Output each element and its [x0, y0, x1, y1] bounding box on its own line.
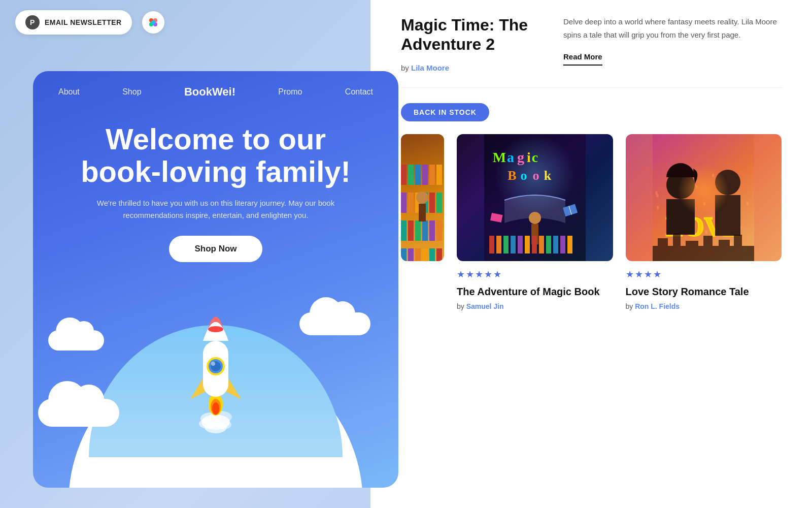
svg-point-4 — [151, 20, 155, 24]
panel-nav: About Shop BookWei! Promo Contact — [33, 71, 398, 113]
illustration-area — [33, 244, 398, 488]
hero-subtitle: We're thrilled to have you with us on th… — [96, 197, 335, 221]
newsletter-icon: P — [25, 15, 40, 29]
featured-book-author-line: by Lila Moore — [401, 64, 543, 72]
rocket — [180, 293, 251, 437]
featured-book-section: Magic Time: The Adventure 2 by Lila Moor… — [401, 15, 782, 88]
cloud-bottom-left — [38, 399, 119, 427]
magic-book-title: The Adventure of Magic Book — [457, 285, 613, 298]
figma-icon — [148, 17, 159, 28]
brand-logo: BookWei! — [184, 85, 235, 99]
cloud-left-small — [48, 330, 104, 351]
partial-book-cover — [401, 134, 444, 261]
figma-button[interactable] — [142, 11, 164, 34]
book-card-love[interactable]: ★★★★ Love Story Romance Tale by Ron L. F… — [626, 134, 782, 310]
book-title-section: Magic Time: The Adventure 2 by Lila Moor… — [401, 15, 543, 72]
svg-point-19 — [211, 362, 215, 366]
shop-now-button[interactable]: Shop Now — [169, 236, 262, 262]
nav-about[interactable]: About — [58, 87, 80, 97]
back-in-stock-badge: BACK IN STOCK — [401, 103, 489, 121]
bookshelf-canvas — [401, 134, 444, 261]
book-cards-grid: ★★★★★ The Adventure of Magic Book by Sam… — [401, 134, 782, 310]
book-description-text: Delve deep into a world where fantasy me… — [563, 15, 782, 41]
love-book-title: Love Story Romance Tale — [626, 285, 782, 298]
top-bar: P EMAIL NEWSLETTER — [15, 10, 164, 35]
rocket-svg — [180, 293, 251, 435]
nav-promo[interactable]: Promo — [278, 87, 302, 97]
newsletter-label: EMAIL NEWSLETTER — [45, 18, 122, 26]
magic-book-cover — [457, 134, 613, 261]
book-card-partial[interactable] — [401, 134, 444, 310]
hero-section: Welcome to our book-loving family! We're… — [33, 113, 398, 262]
hero-title: Welcome to our book-loving family! — [63, 123, 368, 188]
magic-book-stars: ★★★★★ — [457, 269, 613, 280]
nav-contact[interactable]: Contact — [345, 87, 373, 97]
right-panel: Magic Time: The Adventure 2 by Lila Moor… — [370, 0, 812, 508]
book-card-magic[interactable]: ★★★★★ The Adventure of Magic Book by Sam… — [457, 134, 613, 310]
magic-author-link[interactable]: Samuel Jin — [466, 302, 504, 310]
newsletter-button[interactable]: P EMAIL NEWSLETTER — [15, 10, 132, 35]
love-book-canvas — [653, 134, 754, 261]
magic-book-canvas — [484, 134, 586, 261]
svg-point-15 — [208, 326, 223, 332]
book-description-section: Delve deep into a world where fantasy me… — [563, 15, 782, 72]
back-in-stock-section: BACK IN STOCK ★★★★★ The Adventure of Mag… — [401, 103, 782, 310]
nav-shop[interactable]: Shop — [122, 87, 141, 97]
featured-author-link[interactable]: Lila Moore — [411, 64, 449, 72]
love-book-author-line: by Ron L. Fields — [626, 302, 782, 310]
love-story-cover — [626, 134, 782, 261]
love-book-stars: ★★★★ — [626, 269, 782, 280]
featured-book-title: Magic Time: The Adventure 2 — [401, 15, 543, 54]
left-panel: About Shop BookWei! Promo Contact Welcom… — [33, 71, 398, 488]
read-more-link[interactable]: Read More — [563, 50, 602, 66]
cloud-right-medium — [299, 312, 370, 335]
love-author-link[interactable]: Ron L. Fields — [635, 302, 680, 310]
svg-point-13 — [212, 402, 219, 415]
magic-book-author-line: by Samuel Jin — [457, 302, 613, 310]
